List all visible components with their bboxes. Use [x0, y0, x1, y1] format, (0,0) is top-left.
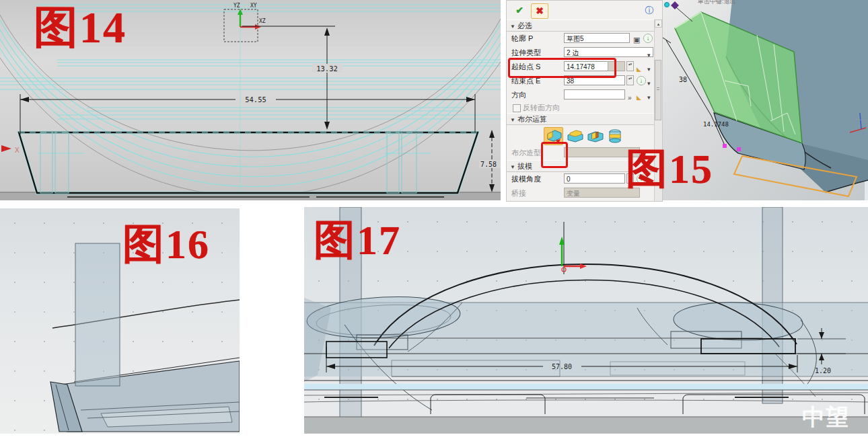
- dim-14-1748-text: 14.1748: [703, 121, 729, 128]
- scroll-up-icon[interactable]: ▲: [655, 19, 662, 28]
- dim-7-58-text: 7.58: [480, 161, 497, 168]
- dim-13-32-text: 13.32: [316, 65, 338, 73]
- copy-icon[interactable]: ▣: [633, 33, 640, 47]
- row-start-point: 起始点 S 14.17478 ▴▾ ◣ ▾: [507, 60, 655, 74]
- trapezoid-profile[interactable]: [19, 132, 478, 193]
- bottom-band: [304, 417, 868, 434]
- boolean-base-icon[interactable]: [544, 127, 563, 145]
- boolean-operation-icons: [507, 125, 655, 146]
- figure-label-16: 图16: [122, 223, 210, 265]
- figure-label-15: 图15: [626, 148, 713, 190]
- zwsoft-watermark: 中望: [802, 402, 849, 433]
- dim-54-55-text: 54.55: [245, 95, 266, 104]
- sketch-origin-triad: YZ XY XZ: [224, 3, 266, 42]
- dim-1-20-text: 1.20: [815, 367, 831, 374]
- profile-input[interactable]: 草图5: [564, 33, 630, 43]
- cancel-x-icon[interactable]: ✖: [531, 3, 548, 19]
- section-draft-label: 拔模: [517, 162, 532, 170]
- snap-point-2: [737, 147, 741, 151]
- insert-green-arrow-icon[interactable]: ↓: [643, 34, 653, 43]
- left-axis-marker: X: [1, 145, 20, 154]
- section-collapse-icon: ▼: [510, 164, 515, 170]
- row-extrude-type: 拉伸类型 2 边 ▾: [507, 46, 655, 60]
- scrollbar-thumb[interactable]: [655, 60, 661, 120]
- plane-label-xz: XZ: [259, 18, 266, 24]
- info-icon[interactable]: ⓘ: [641, 3, 657, 17]
- start-point-expression-cell: [608, 61, 625, 71]
- section-boolean-label: 布尔运算: [517, 115, 547, 123]
- snap-point-1: [723, 144, 727, 148]
- boolean-intersect-icon[interactable]: [606, 127, 625, 145]
- sketch-plane[interactable]: [75, 243, 120, 386]
- end-green-arrow-icon[interactable]: ↓: [637, 76, 646, 85]
- inner-feature-rects: [40, 132, 417, 193]
- direction-label: 方向: [511, 88, 526, 102]
- row-direction: 方向 » ◣ ▾: [507, 88, 655, 102]
- bridge-label: 桥接: [511, 186, 526, 200]
- start-point-label: 起始点 S: [511, 60, 540, 74]
- end-point-spinner[interactable]: ▴▾: [626, 75, 634, 85]
- row-flip-face: 反转面方向: [507, 102, 655, 113]
- row-profile: 轮廓 P 草图5 ▣ ↓: [507, 32, 655, 46]
- profile-label: 轮廓 P: [511, 32, 533, 46]
- dimension-7-58: 7.58: [479, 130, 501, 192]
- triad-markers: [665, 1, 693, 22]
- plane-label-yz: YZ: [233, 3, 240, 9]
- dim-38-text: 38: [679, 76, 687, 83]
- direction-input[interactable]: [564, 89, 625, 99]
- section-required[interactable]: ▼必选: [507, 19, 655, 32]
- start-point-input[interactable]: 14.17478: [564, 61, 608, 71]
- middle-click-tooltip: 单击中键:退出: [698, 0, 736, 6]
- boolean-shape-label: 布尔造型: [511, 146, 541, 160]
- end-point-input[interactable]: 38: [564, 75, 625, 85]
- dim-57-80-text: 57.80: [552, 363, 572, 370]
- draft-angle-label: 拔模角度: [511, 172, 541, 186]
- extrude-type-label: 拉伸类型: [511, 46, 541, 60]
- extrude-type-select[interactable]: 2 边: [564, 47, 653, 57]
- end-point-label: 结束点 E: [511, 74, 540, 88]
- section-collapse-icon: ▼: [510, 24, 515, 30]
- section-boolean[interactable]: ▼布尔运算: [507, 113, 655, 125]
- section-collapse-icon: ▼: [510, 117, 515, 123]
- section-required-label: 必选: [517, 22, 532, 30]
- dialog-toolbar: ✔ ✖ ⓘ: [507, 1, 662, 20]
- plane-label-xy: XY: [250, 3, 257, 9]
- axis-x-label: X: [15, 147, 20, 154]
- confirm-check-icon[interactable]: ✔: [511, 3, 528, 17]
- figure-label-17: 图17: [314, 219, 401, 261]
- screenshot-stage: YZ XY XZ 13.32 54.55: [0, 0, 868, 439]
- flip-face-checkbox[interactable]: [513, 104, 521, 112]
- start-point-spinner[interactable]: ▴▾: [626, 61, 634, 71]
- boolean-add-icon[interactable]: [565, 127, 585, 145]
- draft-angle-input[interactable]: 0: [564, 173, 625, 184]
- flip-face-label: 反转面方向: [523, 102, 560, 113]
- figure-label-14: 图14: [34, 5, 126, 50]
- dimension-54-55: 54.55: [20, 94, 475, 134]
- boolean-remove-icon[interactable]: [585, 127, 605, 145]
- x-axis-arrow: [255, 24, 261, 30]
- row-end-point: 结束点 E 38 ▴▾ ↓ ▾: [507, 74, 655, 88]
